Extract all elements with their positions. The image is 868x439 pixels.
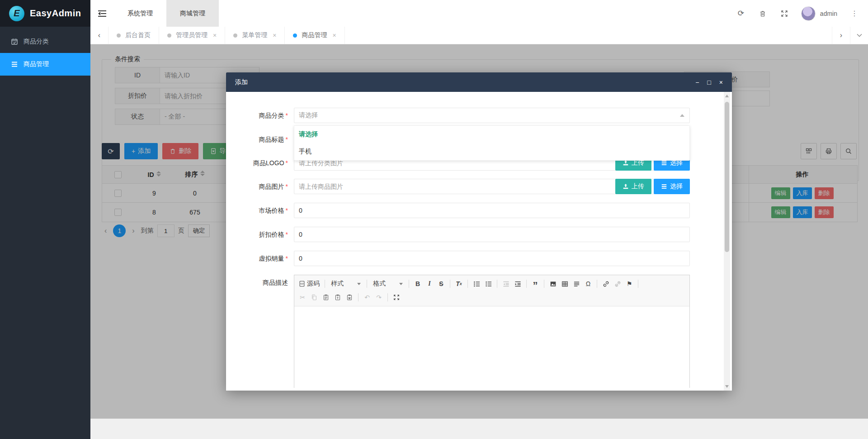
tab-close-icon[interactable]: ×: [273, 32, 276, 39]
strikethrough-button[interactable]: S: [436, 278, 447, 289]
app-title: EasyAdmin: [30, 8, 81, 19]
blockquote-button[interactable]: ”: [530, 278, 541, 289]
image-choose-button[interactable]: 选择: [654, 179, 690, 194]
dialog-title: 添加: [235, 78, 248, 86]
sidebar-nav: 商品分类 商品管理: [0, 27, 90, 76]
format-dropdown[interactable]: 格式: [370, 278, 406, 289]
paste-button[interactable]: [321, 292, 331, 303]
list-icon: [661, 160, 667, 166]
indent-icon: [514, 281, 521, 287]
scroll-down-icon[interactable]: [725, 385, 729, 388]
main-area: 系统管理 商城管理 ⟳ admin: [90, 0, 868, 439]
tab-label: 菜单管理: [242, 31, 267, 39]
caret-up-icon: [680, 114, 684, 117]
user-menu[interactable]: admin: [801, 6, 837, 21]
indent-button[interactable]: [512, 278, 523, 289]
paste-text-icon: [335, 294, 341, 301]
copy-button[interactable]: [309, 292, 320, 303]
insert-table-button[interactable]: [559, 278, 570, 289]
image-upload-button[interactable]: 上传: [615, 179, 651, 194]
italic-button[interactable]: I: [424, 278, 435, 289]
scrollbar-thumb[interactable]: [725, 102, 729, 252]
dialog-controls: − □ ×: [695, 79, 723, 86]
list-icon: [661, 183, 667, 190]
insert-image-button[interactable]: [547, 278, 558, 289]
sidebar-item-label: 商品管理: [24, 60, 49, 68]
cut-button[interactable]: ✂: [297, 292, 308, 303]
required-mark: *: [286, 159, 288, 167]
scroll-up-icon[interactable]: [725, 95, 729, 97]
fullscreen-icon[interactable]: [779, 9, 789, 19]
bulleted-list-button[interactable]: [483, 278, 494, 289]
collapse-sidebar-icon[interactable]: [90, 0, 114, 27]
upload-icon: [623, 183, 629, 190]
remove-format-button[interactable]: Tx: [453, 278, 464, 289]
required-mark: *: [286, 207, 288, 214]
tab-admin-manage[interactable]: 管理员管理 ×: [159, 27, 225, 44]
tab-goods-manage[interactable]: 商品管理 ×: [285, 27, 344, 44]
refresh-icon[interactable]: ⟳: [736, 9, 746, 19]
maximize-icon[interactable]: □: [707, 79, 711, 86]
anchor-flag-button[interactable]: ⚑: [624, 278, 635, 289]
market-price-input[interactable]: [294, 203, 690, 218]
list-icon: [11, 61, 18, 68]
dialog-body: 商品分类* 请选择 商品标题*: [226, 92, 732, 391]
virtual-sales-input[interactable]: [294, 251, 690, 266]
tab-bar: ‹ 后台首页 管理员管理 × 菜单管理 × 商品管理 × ›: [90, 27, 868, 44]
logo-bar: E EasyAdmin: [0, 0, 90, 27]
horizontal-line-button[interactable]: [571, 278, 582, 289]
more-menu-icon[interactable]: ⋮: [849, 9, 860, 18]
content-area: 条件搜索 ID 折扣价 状态 - 全部 - 价 ⟳: [90, 44, 868, 419]
bold-button[interactable]: B: [412, 278, 423, 289]
tab-close-icon[interactable]: ×: [332, 32, 336, 39]
clear-cache-trash-icon[interactable]: [758, 9, 768, 19]
sidebar-item-goods-category[interactable]: 商品分类: [0, 30, 90, 53]
minimize-icon[interactable]: −: [695, 79, 699, 86]
copy-icon: [311, 294, 317, 301]
styles-dropdown[interactable]: 样式: [328, 278, 363, 289]
outdent-button[interactable]: [500, 278, 511, 289]
editor-toolbar: 源码 样式 格式 B: [294, 275, 689, 306]
tabbar-right: ›: [832, 27, 868, 44]
horizontal-line-icon: [573, 281, 580, 287]
special-char-button[interactable]: Ω: [583, 278, 594, 289]
undo-button[interactable]: ↶: [362, 292, 373, 303]
table-icon: [561, 281, 568, 287]
maximize-editor-button[interactable]: [391, 292, 402, 303]
paste-text-button[interactable]: [332, 292, 343, 303]
source-button[interactable]: 源码: [297, 278, 321, 289]
ordered-list-button[interactable]: [471, 278, 482, 289]
redo-button[interactable]: ↷: [373, 292, 384, 303]
close-icon[interactable]: ×: [719, 79, 723, 86]
tab-close-icon[interactable]: ×: [213, 32, 217, 39]
link-button[interactable]: [600, 278, 611, 289]
tab-home[interactable]: 后台首页: [108, 27, 159, 44]
dialog-titlebar[interactable]: 添加 − □ ×: [226, 72, 732, 92]
discount-price-input[interactable]: [294, 227, 690, 242]
editor-content-area[interactable]: [294, 306, 689, 391]
tab-label: 后台首页: [125, 31, 151, 39]
category-select[interactable]: 请选择: [294, 108, 690, 123]
dialog-scrollbar[interactable]: [724, 92, 730, 391]
tab-menu-manage[interactable]: 菜单管理 ×: [225, 27, 285, 44]
unlink-button[interactable]: [612, 278, 623, 289]
sidebar-item-goods-manage[interactable]: 商品管理: [0, 53, 90, 76]
calendar-check-icon: [11, 38, 18, 45]
tabs-scroll-right-button[interactable]: ›: [832, 27, 850, 44]
field-market-price: 市场价格*: [226, 203, 732, 218]
tab-dot-icon: [233, 33, 237, 38]
tabs-dropdown-button[interactable]: [850, 27, 868, 44]
chevron-down-icon: [857, 33, 862, 37]
tabs-scroll-left-button[interactable]: ‹: [90, 27, 108, 44]
unlink-icon: [614, 281, 621, 287]
rich-text-editor: 源码 样式 格式 B: [294, 275, 690, 388]
username: admin: [820, 10, 837, 17]
paste-word-button[interactable]: [344, 292, 355, 303]
dropdown-option-phone[interactable]: 手机: [294, 143, 689, 160]
tab-dot-icon: [293, 33, 297, 38]
topnav-system[interactable]: 系统管理: [114, 0, 166, 27]
add-dialog: 添加 − □ × 商品分类* 请选择: [226, 72, 732, 391]
dropdown-option-placeholder[interactable]: 请选择: [294, 126, 689, 143]
topnav-mall[interactable]: 商城管理: [166, 0, 219, 27]
user-avatar: [801, 6, 816, 21]
